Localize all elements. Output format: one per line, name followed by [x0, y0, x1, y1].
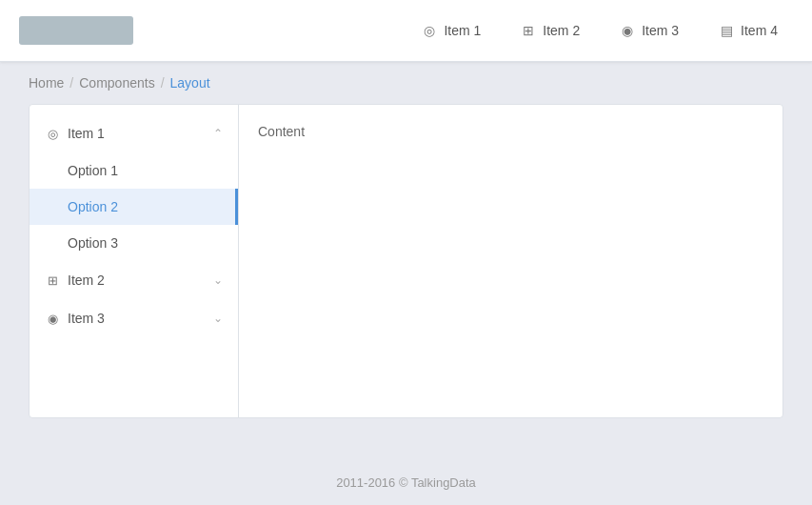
breadcrumb-sep-2: /: [161, 75, 165, 91]
navbar: Item 1 Item 2 Item 3 Item 4: [0, 0, 812, 62]
sidebar-chevron-2-down: ⌄: [213, 273, 223, 287]
panel: Item 1 ⌃ Option 1 Option 2 Option 3: [29, 104, 783, 418]
nav-icon-4: [719, 23, 734, 38]
nav-icon-2: [521, 23, 536, 38]
sidebar-item-3[interactable]: Item 3 ⌄: [30, 299, 238, 337]
sidebar-icon-3: [45, 311, 60, 326]
sidebar-item-2[interactable]: Item 2 ⌄: [30, 261, 238, 299]
nav-icon-3: [620, 23, 635, 38]
sidebar-chevron-1-up: ⌃: [213, 127, 223, 140]
nav-label-2: Item 2: [543, 23, 580, 38]
submenu-1-option1[interactable]: Option 1: [30, 152, 238, 189]
main-container: Item 1 ⌃ Option 1 Option 2 Option 3: [0, 104, 812, 460]
nav-label-1: Item 1: [444, 23, 481, 38]
breadcrumb-current: Layout: [170, 75, 210, 91]
breadcrumb-sep-1: /: [69, 75, 73, 91]
nav-item-3[interactable]: Item 3: [604, 15, 694, 46]
sidebar-item-1-left: Item 1: [45, 126, 105, 141]
footer: 2011-2016 © TalkingData: [0, 460, 812, 505]
sidebar-item-2-left: Item 2: [45, 273, 105, 288]
nav-label-4: Item 4: [741, 23, 778, 38]
breadcrumb-home[interactable]: Home: [29, 75, 64, 91]
sidebar-item-3-left: Item 3: [45, 311, 105, 326]
breadcrumb: Home / Components / Layout: [0, 62, 812, 104]
footer-text: 2011-2016 © TalkingData: [336, 475, 476, 490]
content-area: Content: [239, 105, 782, 417]
nav-item-2[interactable]: Item 2: [505, 15, 595, 46]
nav-label-3: Item 3: [642, 23, 679, 38]
submenu-1: Option 1 Option 2 Option 3: [30, 152, 238, 261]
nav-icon-1: [422, 23, 437, 38]
navbar-brand: [19, 16, 133, 45]
submenu-1-option2[interactable]: Option 2: [30, 189, 238, 225]
sidebar-label-1: Item 1: [68, 126, 105, 141]
nav-item-1[interactable]: Item 1: [406, 15, 496, 46]
nav-item-4[interactable]: Item 4: [703, 15, 793, 46]
sidebar: Item 1 ⌃ Option 1 Option 2 Option 3: [30, 105, 239, 417]
sidebar-label-3: Item 3: [68, 311, 105, 326]
sidebar-icon-2: [45, 273, 60, 288]
sidebar-label-2: Item 2: [68, 273, 105, 288]
navbar-nav: Item 1 Item 2 Item 3 Item 4: [406, 15, 793, 46]
sidebar-item-1[interactable]: Item 1 ⌃: [30, 114, 238, 152]
breadcrumb-components[interactable]: Components: [79, 75, 154, 91]
sidebar-chevron-3-down: ⌄: [213, 312, 223, 325]
content-text: Content: [258, 124, 305, 139]
submenu-1-option3[interactable]: Option 3: [30, 225, 238, 261]
sidebar-icon-1: [45, 126, 60, 141]
